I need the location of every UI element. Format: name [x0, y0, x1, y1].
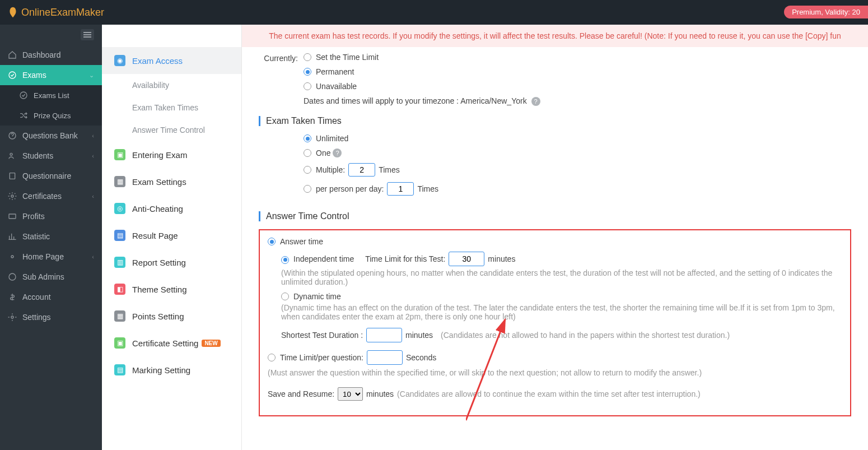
radio-icon — [304, 134, 311, 142]
topbar: OnlineExamMaker Premium, Validity: 20 — [0, 0, 868, 25]
radio-independent-time[interactable]: Independent time Time Limit for this Tes… — [281, 252, 842, 266]
subpanel-label: Anti-Cheating — [132, 204, 183, 214]
sidebar-item-prize-quizs[interactable]: Prize Quizs — [0, 105, 102, 126]
subpanel-answer-time-control[interactable]: Answer Time Control — [102, 119, 241, 141]
svg-point-3 — [10, 153, 12, 155]
settings-subpanel: ◉ Exam Access Availability Exam Taken Ti… — [102, 0, 242, 450]
subpanel-exam-access[interactable]: ◉ Exam Access — [102, 47, 241, 74]
minutes-label: minutes — [366, 389, 394, 398]
radio-answer-time[interactable]: Answer time — [268, 237, 842, 246]
save-resume-select[interactable]: 10 — [338, 387, 363, 401]
dynamic-hint: (Dynamic time has an effect on the durat… — [281, 303, 842, 321]
radio-icon — [304, 185, 311, 193]
svg-point-8 — [9, 273, 16, 280]
timezone-note: Dates and times will apply to your timez… — [304, 96, 851, 106]
svg-rect-6 — [9, 214, 16, 219]
subpanel-label: Certificate Setting — [132, 338, 198, 348]
sidebar-item-exams[interactable]: Exams ⌄ — [0, 65, 102, 85]
sidebar-item-statistic[interactable]: Statistic — [0, 226, 102, 247]
sidebar-toggle[interactable] — [0, 25, 102, 45]
chevron-left-icon: ‹ — [92, 132, 94, 139]
help-icon[interactable]: ? — [333, 149, 342, 157]
currently-label: Currently: — [259, 53, 304, 63]
sidebar-item-profits[interactable]: Profits — [0, 206, 102, 226]
report-icon: ▥ — [114, 257, 125, 268]
subpanel-label: Entering Exam — [132, 150, 187, 160]
subpanel-theme-setting[interactable]: ◧ Theme Setting — [102, 276, 241, 303]
theme-icon: ◧ — [114, 284, 125, 295]
sidebar-item-label: Home Page — [22, 252, 64, 261]
times-label: Times — [379, 165, 400, 174]
sidebar-item-certificates[interactable]: Certificates ‹ — [0, 186, 102, 206]
time-limit-input[interactable] — [449, 252, 484, 266]
subpanel-availability[interactable]: Availability — [102, 74, 241, 96]
svg-point-5 — [11, 195, 13, 197]
subpanel-label: Report Setting — [132, 258, 186, 267]
radio-per-person-per-day[interactable]: per person per day: Times — [304, 182, 851, 196]
subpanel-entering-exam[interactable]: ▣ Entering Exam — [102, 141, 241, 168]
premium-badge[interactable]: Premium, Validity: 20 — [784, 6, 868, 18]
sidebar-item-label: Certificates — [22, 192, 62, 201]
home-icon — [8, 50, 17, 59]
subpanel-certificate-setting[interactable]: ▣ Certificate Setting NEW — [102, 330, 241, 356]
subpanel-report-setting[interactable]: ▥ Report Setting — [102, 249, 241, 276]
sidebar-item-label: Questions Bank — [22, 131, 78, 140]
sidebar-item-sub-admins[interactable]: Sub Admins — [0, 267, 102, 287]
subpanel-label: Exam Access — [132, 56, 183, 66]
sidebar-item-settings[interactable]: Settings — [0, 307, 102, 327]
eye-icon: ◎ — [114, 203, 125, 214]
logo[interactable]: OnlineExamMaker — [7, 6, 104, 18]
radio-label: Unavailable — [316, 82, 357, 91]
marking-icon: ▤ — [114, 364, 125, 375]
radio-unlimited[interactable]: Unlimited — [304, 134, 851, 143]
subpanel-result-page[interactable]: ▤ Result Page — [102, 222, 241, 249]
seconds-label: Seconds — [406, 353, 436, 362]
bar-chart-icon — [8, 232, 17, 241]
sidebar-item-label: Prize Quizs — [34, 112, 71, 120]
sidebar-item-students[interactable]: Students ‹ — [0, 146, 102, 166]
sidebar-item-account[interactable]: Account — [0, 287, 102, 307]
radio-set-time-limit[interactable]: Set the Time Limit — [304, 53, 851, 62]
subpanel-exam-taken-times[interactable]: Exam Taken Times — [102, 96, 241, 119]
sidebar-item-dashboard[interactable]: Dashboard — [0, 45, 102, 65]
radio-icon — [304, 82, 311, 90]
sidebar-item-questions-bank[interactable]: Questions Bank ‹ — [0, 126, 102, 146]
radio-icon — [304, 53, 311, 61]
enter-icon: ▣ — [114, 149, 125, 160]
sidebar-item-home-page[interactable]: Home Page ‹ — [0, 247, 102, 267]
time-limit-label: Time Limit for this Test: — [365, 254, 445, 263]
radio-icon — [281, 293, 289, 300]
radio-time-limit-per-question[interactable]: Time Limit/per question: Seconds — [268, 350, 842, 365]
sidebar-item-questionnaire[interactable]: Questionnaire — [0, 166, 102, 186]
times-label: Times — [417, 184, 438, 193]
radio-dynamic-time[interactable]: Dynamic time — [281, 292, 842, 301]
sidebar-item-exams-list[interactable]: Exams List — [0, 85, 102, 105]
radio-label: Set the Time Limit — [316, 53, 379, 62]
help-icon[interactable]: ? — [531, 97, 540, 106]
radio-icon — [268, 238, 276, 245]
shortest-duration-input[interactable] — [366, 328, 402, 342]
shortest-label: Shortest Test Duration : — [281, 331, 363, 340]
section-exam-taken-times: Exam Taken Times — [259, 116, 851, 126]
radio-label: per person per day: — [316, 184, 384, 193]
radio-unavailable[interactable]: Unavailable — [304, 82, 851, 91]
subpanel-anti-cheating[interactable]: ◎ Anti-Cheating — [102, 195, 241, 222]
shortest-duration-row: Shortest Test Duration : minutes (Candid… — [281, 328, 842, 342]
per-person-input[interactable] — [387, 182, 414, 196]
subpanel-label: Result Page — [132, 231, 178, 240]
warning-bar: The current exam has test records. If yo… — [242, 25, 868, 47]
radio-label: Unlimited — [316, 134, 348, 143]
radio-one[interactable]: One ? — [304, 149, 851, 157]
subpanel-label: Theme Setting — [132, 285, 187, 294]
per-question-input[interactable] — [367, 350, 403, 365]
radio-permanent[interactable]: Permanent — [304, 67, 851, 76]
radio-multiple[interactable]: Multiple: Times — [304, 163, 851, 177]
subpanel-points-setting[interactable]: ▦ Points Setting — [102, 303, 241, 330]
sidebar-item-label: Dashboard — [22, 50, 61, 59]
multiple-times-input[interactable] — [348, 163, 375, 177]
help-circle-icon — [8, 131, 17, 140]
subpanel-exam-settings[interactable]: ▦ Exam Settings — [102, 168, 241, 195]
radio-label: Answer time — [280, 237, 323, 246]
save-resume-label: Save and Resume: — [268, 389, 334, 398]
subpanel-marking-setting[interactable]: ▤ Marking Setting — [102, 356, 241, 383]
